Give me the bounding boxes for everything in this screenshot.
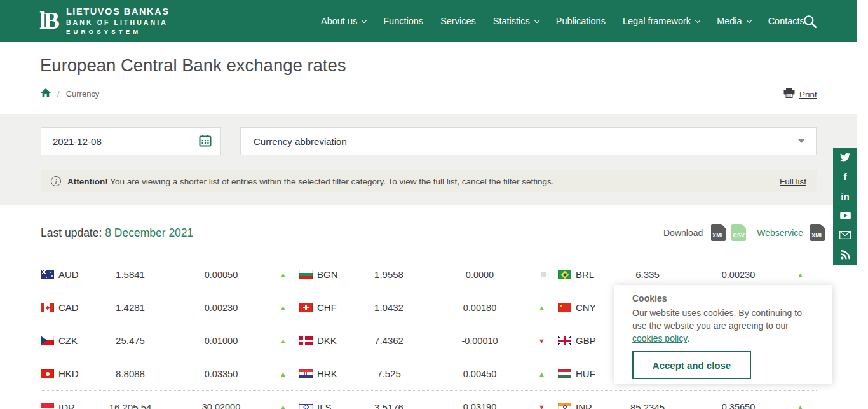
rate-value: 3.5176 <box>355 402 423 409</box>
chevron-down-icon <box>695 17 700 22</box>
rate-cell: CHF 1.0432 0.00180 ▲ <box>299 302 558 313</box>
up-arrow-icon: ▲ <box>280 337 292 345</box>
flag-hkd-icon <box>41 369 54 378</box>
rate-cell: ILS 3.5176 0.03190 ▼ <box>299 402 558 409</box>
currency-code: CAD <box>58 302 97 313</box>
download-bar: Download XML CSV Webservice XML <box>663 224 825 241</box>
flag-gbp-icon <box>558 336 571 345</box>
webservice-link[interactable]: Webservice <box>757 228 803 238</box>
up-arrow-icon: ▲ <box>797 403 810 409</box>
flag-cny-icon <box>558 303 571 312</box>
calendar-icon[interactable] <box>199 134 212 149</box>
nav-media[interactable]: Media <box>717 16 751 26</box>
main-nav: About us Functions Services Statistics P… <box>321 0 804 42</box>
cookie-text: Our website uses cookies. By continuing … <box>632 307 815 345</box>
currency-code: CZK <box>58 335 97 346</box>
header: lB LIETUVOS BANKAS BANK OF LITHUANIA EUR… <box>0 0 857 42</box>
change-value: 0.35650 <box>681 402 796 409</box>
chevron-down-icon <box>362 17 367 22</box>
down-arrow-icon: ▼ <box>538 403 551 409</box>
rate-value: 1.4281 <box>97 302 164 313</box>
chevron-down-icon <box>746 17 751 22</box>
up-arrow-icon: ▲ <box>280 403 292 409</box>
rate-value: 6.335 <box>614 269 681 280</box>
flag-czk-icon <box>41 336 54 345</box>
rate-cell: DKK 7.4362 -0.00010 ▼ <box>299 335 558 346</box>
rate-cell: BGN 1.9558 0.0000 <box>299 269 558 280</box>
facebook-icon[interactable]: f <box>833 168 857 186</box>
chevron-down-icon <box>798 139 804 143</box>
email-icon[interactable] <box>833 226 857 244</box>
rate-cell: AUD 1.5841 0.00050 ▲ <box>41 269 299 280</box>
rate-value: 1.0432 <box>355 302 423 313</box>
up-arrow-icon: ▲ <box>280 304 292 312</box>
rate-value: 16,205.54 <box>97 402 164 409</box>
breadcrumb: / Currency <box>41 88 99 99</box>
xml-file-icon[interactable]: XML <box>711 224 726 241</box>
home-icon[interactable] <box>41 88 51 99</box>
cookie-dialog: Cookies Our website uses cookies. By con… <box>614 285 832 384</box>
bank-logo[interactable]: lB LIETUVOS BANKAS BANK OF LITHUANIA EUR… <box>39 6 169 35</box>
up-arrow-icon: ▲ <box>280 370 292 378</box>
print-control[interactable]: Print <box>783 88 817 101</box>
flag-hrk-icon <box>299 369 313 378</box>
rate-value: 7.525 <box>355 368 423 379</box>
up-arrow-icon: ▲ <box>538 370 551 378</box>
flag-brl-icon <box>558 270 571 279</box>
social-sidebar: f in <box>833 148 857 265</box>
bank-logo-monogram: lB <box>39 10 60 31</box>
currency-code: AUD <box>58 269 97 280</box>
webservice-xml-icon[interactable]: XML <box>810 224 825 241</box>
csv-file-icon[interactable]: CSV <box>731 224 746 241</box>
linkedin-icon[interactable]: in <box>833 188 857 205</box>
nav-functions[interactable]: Functions <box>383 16 423 26</box>
twitter-icon[interactable] <box>833 148 857 166</box>
up-arrow-icon: ▲ <box>538 304 551 312</box>
currency-code: ILS <box>317 402 355 409</box>
currency-code: CNY <box>576 302 614 313</box>
currency-code: BGN <box>317 269 355 280</box>
change-value: 30.02000 <box>164 402 278 409</box>
change-value: 0.01000 <box>164 336 278 346</box>
filter-section: 2021-12-08 Currency abbreviation i Atten… <box>0 114 857 205</box>
rate-value: 7.4362 <box>355 335 423 346</box>
nav-about-us[interactable]: About us <box>321 16 366 26</box>
date-input[interactable]: 2021-12-08 <box>41 127 221 155</box>
rate-value: 8.8088 <box>97 368 164 379</box>
nav-publications[interactable]: Publications <box>556 16 606 26</box>
flag-chf-icon <box>299 303 313 312</box>
flag-cad-icon <box>41 303 54 312</box>
currency-code: BRL <box>576 269 614 280</box>
up-arrow-icon: ▲ <box>280 271 292 279</box>
cookies-policy-link[interactable]: cookies policy <box>632 333 687 343</box>
rate-value: 85.2345 <box>614 402 681 409</box>
nav-services[interactable]: Services <box>440 16 476 26</box>
nav-contacts[interactable]: Contacts <box>768 16 804 26</box>
rate-value: 1.5841 <box>97 269 164 280</box>
cookie-title: Cookies <box>632 293 815 303</box>
flag-inr-icon <box>558 403 571 409</box>
currency-code: HRK <box>317 368 355 379</box>
up-arrow-icon: ▲ <box>797 271 810 279</box>
currency-abbreviation-select[interactable]: Currency abbreviation <box>240 127 817 155</box>
last-update: Last update: 8 December 2021 <box>41 226 193 240</box>
change-value: 0.03190 <box>423 402 537 409</box>
currency-code: CHF <box>317 302 355 313</box>
nav-statistics[interactable]: Statistics <box>493 16 539 26</box>
rss-icon[interactable] <box>833 246 857 264</box>
notice-text: Attention! You are viewing a shorter lis… <box>67 177 554 186</box>
table-row: IDR 16,205.54 30.02000 ▲ ILS 3.5176 0.03… <box>41 391 817 409</box>
nav-legal-framework[interactable]: Legal framework <box>623 16 700 26</box>
currency-code: HKD <box>58 368 97 379</box>
rate-value: 25.475 <box>97 335 164 346</box>
currency-code: DKK <box>317 335 355 346</box>
flag-aud-icon <box>41 270 54 279</box>
search-icon[interactable] <box>803 14 819 29</box>
full-list-link[interactable]: Full list <box>780 177 806 186</box>
currency-code: IDR <box>58 402 97 409</box>
accept-and-close-button[interactable]: Accept and close <box>632 351 751 379</box>
youtube-icon[interactable] <box>833 207 857 225</box>
rate-cell: HKD 8.8088 0.03350 ▲ <box>41 368 299 379</box>
change-value: 0.0000 <box>423 270 537 280</box>
chevron-down-icon <box>534 17 539 22</box>
